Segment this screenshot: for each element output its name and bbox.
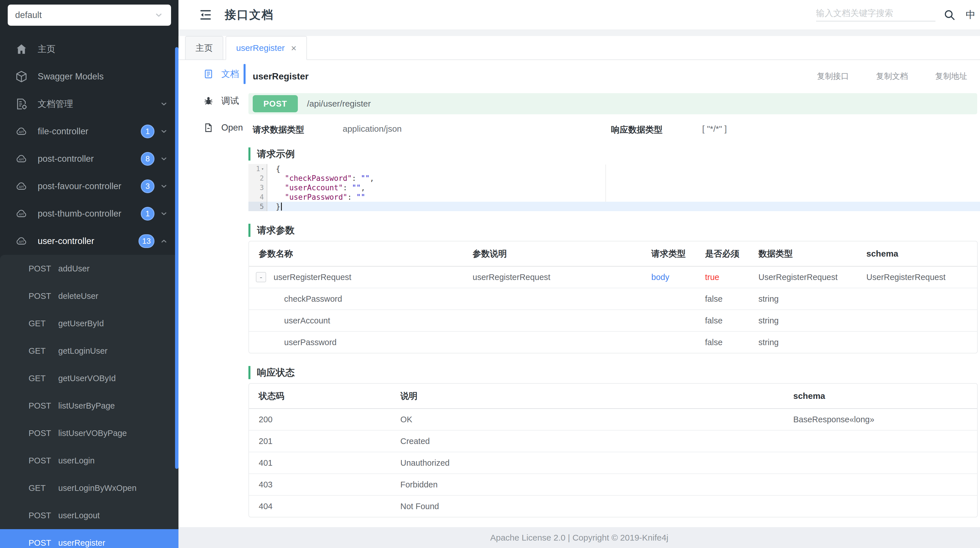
- sidebar-endpoint-deleteUser[interactable]: POSTdeleteUser: [0, 282, 178, 310]
- endpoint-name: addUser: [58, 264, 90, 273]
- doc-nav-item-1[interactable]: 调试: [178, 88, 246, 114]
- param-name: userPassword: [284, 338, 337, 347]
- sidebar-item-label: user-controller: [38, 236, 94, 246]
- sidebar-endpoint-userLogout[interactable]: POSTuserLogout: [0, 502, 178, 529]
- sidebar-item-1[interactable]: Swagger Models: [0, 63, 178, 90]
- param-row-userAccount: userAccountfalsestring: [249, 309, 977, 331]
- sidebar-endpoint-getUserVOById[interactable]: GETgetUserVOById: [0, 365, 178, 392]
- param-row-userRegisterRequest: -userRegisterRequestuserRegisterRequestb…: [249, 266, 977, 288]
- fold-caret-icon[interactable]: ▾: [261, 166, 264, 171]
- sidebar-item-label: file-controller: [38, 126, 88, 137]
- status-schema: BaseResponse«long»: [784, 415, 977, 424]
- line-number: 4: [248, 192, 267, 202]
- line-number: 1▾: [248, 164, 267, 174]
- tab-userRegister[interactable]: userRegister×: [226, 36, 307, 60]
- sidebar-item-7[interactable]: APIuser-controller13: [0, 228, 178, 255]
- column-header: 数据类型: [749, 248, 857, 260]
- status-code: 201: [249, 436, 391, 446]
- topbar: 接口文档 中: [178, 0, 980, 30]
- menu-fold-icon[interactable]: [199, 8, 212, 21]
- copy-action-0[interactable]: 复制接口: [817, 71, 849, 82]
- code-editor[interactable]: 1▾{2 "checkPassword": "",3 "userAccount"…: [248, 164, 980, 211]
- sidebar-endpoint-listUserByPage[interactable]: POSTlistUserByPage: [0, 392, 178, 419]
- content: userRegister 复制接口复制文档复制地址 POST /api/user…: [246, 60, 980, 527]
- sidebar-endpoint-getUserById[interactable]: GETgetUserById: [0, 310, 178, 337]
- sidebar-endpoint-listUserVOByPage[interactable]: POSTlistUserVOByPage: [0, 419, 178, 447]
- sidebar-scrollbar[interactable]: [175, 47, 178, 469]
- doc-nav-item-2[interactable]: Open: [178, 114, 246, 141]
- bug-icon: [203, 96, 214, 106]
- status-row-201: 201Created: [249, 430, 977, 452]
- app: default 主页Swagger Models文档管理APIfile-cont…: [0, 0, 980, 548]
- param-name-cell: -userRegisterRequest: [249, 272, 463, 282]
- sidebar-endpoint-userLogin[interactable]: POSTuserLogin: [0, 447, 178, 474]
- param-required: true: [695, 272, 749, 282]
- sidebar-menu: 主页Swagger Models文档管理APIfile-controller1A…: [0, 35, 178, 255]
- endpoint-name: deleteUser: [58, 292, 98, 301]
- text-cursor: [281, 202, 282, 210]
- endpoint-count-badge: 1: [141, 207, 154, 221]
- api-path: /api/user/register: [307, 99, 371, 108]
- sidebar-item-5[interactable]: APIpost-favour-controller3: [0, 172, 178, 200]
- sidebar-endpoint-addUser[interactable]: POSTaddUser: [0, 255, 178, 282]
- page-title: 接口文档: [225, 7, 274, 22]
- api-cloud-icon: API: [15, 207, 28, 220]
- body-row: 文档调试Open userRegister 复制接口复制文档复制地址 POST …: [178, 60, 980, 527]
- collapse-toggle[interactable]: -: [256, 272, 266, 282]
- tab-主页[interactable]: 主页: [185, 36, 223, 60]
- section-title-request-example: 请求示例: [248, 147, 980, 161]
- param-data-type: UserRegisterRequest: [749, 272, 857, 282]
- search-icon[interactable]: [943, 9, 955, 21]
- copy-action-1[interactable]: 复制文档: [876, 71, 908, 82]
- language-toggle[interactable]: 中: [966, 8, 976, 21]
- api-cloud-icon: API: [15, 152, 28, 166]
- sidebar-item-0[interactable]: 主页: [0, 35, 178, 63]
- sidebar-endpoint-userRegister[interactable]: POSTuserRegister: [0, 529, 178, 548]
- chevron-down-icon: [160, 127, 168, 136]
- endpoint-name: getLoginUser: [58, 346, 108, 356]
- endpoint-name: getUserVOById: [58, 374, 116, 383]
- endpoint-method: GET: [29, 319, 58, 328]
- sidebar-item-6[interactable]: APIpost-thumb-controller1: [0, 200, 178, 228]
- response-type-value: [ "*/*" ]: [702, 124, 727, 134]
- home-icon: [15, 43, 28, 56]
- column-header: schema: [857, 249, 977, 258]
- copy-action-2[interactable]: 复制地址: [935, 71, 967, 82]
- param-req-type: body: [642, 272, 695, 282]
- sidebar-item-label: 主页: [38, 43, 56, 55]
- param-required: false: [695, 316, 749, 325]
- sidebar-item-4[interactable]: APIpost-controller8: [0, 145, 178, 172]
- close-icon[interactable]: ×: [291, 43, 296, 53]
- param-name: userAccount: [284, 316, 330, 325]
- sidebar-endpoint-userLoginByWxOpen[interactable]: GETuserLoginByWxOpen: [0, 474, 178, 502]
- response-type-label: 响应数据类型: [611, 124, 662, 136]
- param-data-type: string: [749, 294, 857, 304]
- code-line-1: 1▾{: [248, 164, 980, 174]
- status-row-401: 401Unauthorized: [249, 452, 977, 473]
- group-select[interactable]: default: [8, 5, 171, 26]
- sidebar-item-3[interactable]: APIfile-controller1: [0, 118, 178, 145]
- code-line-5: 5}: [248, 202, 980, 211]
- param-data-type: string: [749, 316, 857, 325]
- search-input[interactable]: [816, 8, 935, 18]
- sidebar-item-label: post-thumb-controller: [38, 209, 121, 219]
- status-desc: Created: [391, 436, 784, 446]
- param-row-checkPassword: checkPasswordfalsestring: [249, 288, 977, 309]
- column-header: 说明: [391, 390, 784, 402]
- sidebar-item-2[interactable]: 文档管理: [0, 90, 178, 118]
- status-table: 状态码说明schema200OKBaseResponse«long»201Cre…: [248, 383, 978, 518]
- request-type-value: application/json: [343, 124, 402, 134]
- sidebar-endpoint-getLoginUser[interactable]: GETgetLoginUser: [0, 337, 178, 365]
- doc-nav-item-0[interactable]: 文档: [178, 61, 246, 88]
- endpoint-count-badge: 13: [138, 234, 154, 248]
- chevron-down-icon: [160, 100, 168, 108]
- section-title-request-params: 请求参数: [248, 224, 980, 237]
- column-header: 请求类型: [642, 248, 695, 260]
- doc-nav-label: 文档: [221, 68, 239, 80]
- sidebar-submenu: POSTaddUserPOSTdeleteUserGETgetUserByIdG…: [0, 255, 178, 548]
- endpoint-method: POST: [29, 429, 58, 438]
- sidebar-item-label: post-favour-controller: [38, 181, 121, 191]
- column-header: schema: [784, 391, 977, 401]
- endpoint-method: POST: [29, 511, 58, 520]
- doc-nav-label: 调试: [221, 95, 239, 107]
